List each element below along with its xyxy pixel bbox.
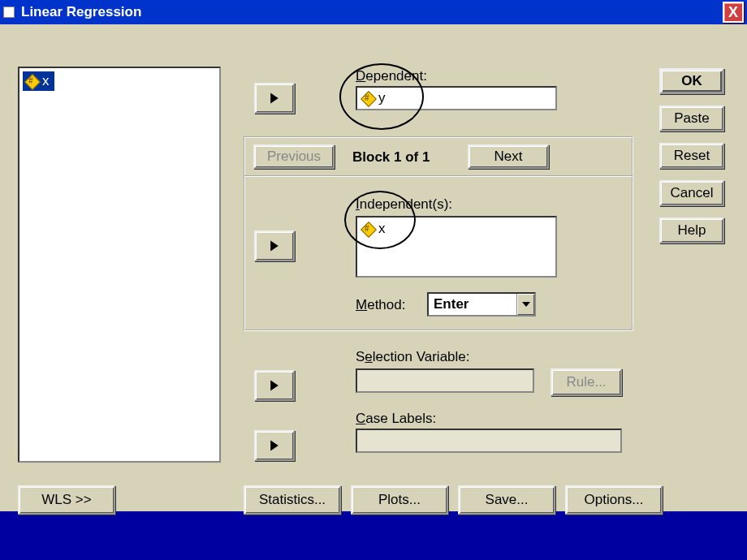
list-item-label: x — [42, 73, 50, 89]
previous-button[interactable]: Previous — [253, 144, 335, 169]
dropdown-arrow-button[interactable] — [516, 294, 534, 315]
block-label: Block 1 of 1 — [352, 149, 430, 166]
selection-variable-label: Selection Variable: — [356, 349, 470, 365]
list-item[interactable]: x — [23, 71, 54, 91]
dependent-field[interactable]: y — [356, 86, 557, 110]
independent-label: Independent(s): — [356, 196, 452, 213]
next-button[interactable]: Next — [468, 144, 549, 169]
dialog-body: x OK Paste Reset Cancel Help Dependent: … — [0, 24, 747, 511]
rule-button[interactable]: Rule... — [551, 368, 622, 396]
right-arrow-icon — [268, 92, 281, 105]
statistics-button[interactable]: Statistics... — [244, 485, 341, 515]
list-item[interactable]: x — [357, 218, 555, 240]
move-to-independent-button[interactable] — [254, 230, 295, 261]
reset-button[interactable]: Reset — [659, 143, 724, 169]
case-labels-field[interactable] — [356, 429, 622, 453]
title-bar: Linear Regression X — [0, 0, 747, 24]
chevron-down-icon — [522, 302, 530, 307]
move-to-caselabels-button[interactable] — [254, 430, 295, 461]
move-to-dependent-button[interactable] — [254, 83, 295, 114]
scale-icon — [361, 91, 375, 106]
save-button[interactable]: Save... — [458, 485, 555, 515]
scale-icon — [24, 74, 39, 88]
independent-listbox[interactable]: x — [356, 216, 557, 278]
options-button[interactable]: Options... — [565, 485, 663, 515]
window: Linear Regression X x OK Paste Reset Can… — [0, 0, 747, 511]
method-label: Method: — [356, 297, 405, 313]
case-labels-label: Case Labels: — [356, 411, 436, 427]
method-dropdown[interactable]: Enter — [427, 292, 536, 317]
paste-button[interactable]: Paste — [659, 106, 724, 131]
app-icon — [3, 6, 15, 18]
selection-variable-field[interactable] — [356, 368, 534, 393]
help-button[interactable]: Help — [659, 218, 724, 243]
method-value: Enter — [429, 296, 516, 312]
window-title: Linear Regression — [21, 4, 141, 20]
close-button[interactable]: X — [723, 2, 744, 23]
variable-listbox[interactable]: x — [18, 67, 221, 463]
ok-button[interactable]: OK — [659, 68, 724, 94]
right-arrow-icon — [268, 439, 281, 452]
independent-value: x — [378, 221, 386, 237]
right-arrow-icon — [268, 379, 281, 392]
move-to-selection-button[interactable] — [254, 370, 295, 401]
dependent-value: y — [378, 90, 386, 106]
wls-button[interactable]: WLS >> — [18, 485, 115, 515]
scale-icon — [361, 222, 375, 236]
dependent-label: Dependent: — [356, 68, 427, 84]
right-arrow-icon — [268, 239, 281, 252]
plots-button[interactable]: Plots... — [351, 485, 448, 515]
cancel-button[interactable]: Cancel — [659, 180, 724, 206]
